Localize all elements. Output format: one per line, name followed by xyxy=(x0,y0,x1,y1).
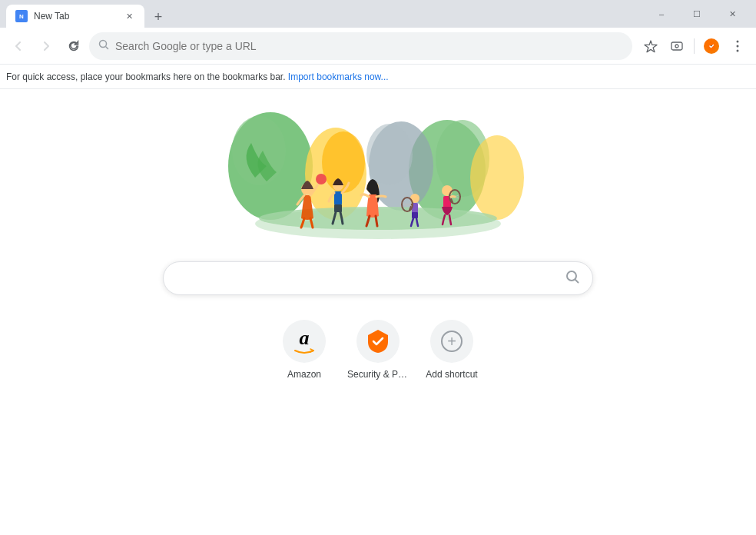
tab-strip: N New Tab ✕ + xyxy=(6,0,644,28)
window-controls: – ☐ ✕ xyxy=(644,2,750,26)
import-bookmarks-link[interactable]: Import bookmarks now... xyxy=(288,71,389,82)
tab-favicon: N xyxy=(15,10,28,22)
svg-point-7 xyxy=(737,49,739,52)
svg-point-5 xyxy=(737,40,739,42)
toolbar-icons xyxy=(638,34,750,58)
bookmark-star-button[interactable] xyxy=(638,34,663,58)
reload-button[interactable] xyxy=(61,34,86,58)
minimize-button[interactable]: – xyxy=(644,2,679,26)
amazon-arrow-icon xyxy=(293,347,315,355)
svg-point-30 xyxy=(442,185,453,196)
amazon-icon-bg: a xyxy=(283,320,326,363)
page-search-bar[interactable] xyxy=(163,261,593,295)
address-input[interactable] xyxy=(115,40,623,52)
svg-rect-3 xyxy=(671,42,682,50)
svg-point-4 xyxy=(675,45,678,48)
tab-title: New Tab xyxy=(34,11,117,22)
maximize-button[interactable]: ☐ xyxy=(679,2,715,26)
svg-text:N: N xyxy=(19,13,24,20)
forward-button[interactable] xyxy=(34,34,58,58)
add-shortcut-icon-bg: + xyxy=(430,320,473,363)
shortcut-add[interactable]: + Add shortcut xyxy=(421,320,482,380)
bookmarks-bar: For quick access, place your bookmarks h… xyxy=(0,65,756,89)
shortcut-amazon[interactable]: a Amazon xyxy=(274,320,335,380)
svg-point-12 xyxy=(322,131,365,193)
avast-label: Security & Priva... xyxy=(347,369,409,380)
svg-point-15 xyxy=(470,135,524,220)
svg-point-6 xyxy=(737,45,739,47)
media-button[interactable] xyxy=(665,34,689,58)
svg-rect-24 xyxy=(334,204,342,212)
toolbar-divider xyxy=(694,38,695,54)
tab-close-button[interactable]: ✕ xyxy=(123,10,135,22)
svg-point-10 xyxy=(232,116,286,185)
add-shortcut-label: Add shortcut xyxy=(426,369,477,380)
svg-point-17 xyxy=(366,124,413,185)
page-search-icon xyxy=(565,269,580,288)
more-button[interactable] xyxy=(725,34,750,58)
bookmarks-bar-text: For quick access, place your bookmarks h… xyxy=(6,71,286,82)
active-tab[interactable]: N New Tab ✕ xyxy=(6,5,144,28)
svg-point-2 xyxy=(100,41,107,48)
main-content: a Amazon Security & Priva... + xyxy=(0,89,756,535)
avast-icon-bg xyxy=(356,320,400,363)
shortcuts-container: a Amazon Security & Priva... + xyxy=(274,320,482,380)
title-bar: N New Tab ✕ + – ☐ ✕ xyxy=(0,0,756,28)
shortcut-avast[interactable]: Security & Priva... xyxy=(347,320,409,380)
avast-icon xyxy=(704,38,719,54)
address-bar[interactable] xyxy=(89,32,632,60)
new-tab-button[interactable]: + xyxy=(148,6,169,28)
svg-point-33 xyxy=(567,271,576,281)
svg-rect-23 xyxy=(334,191,342,205)
back-button[interactable] xyxy=(6,34,31,58)
close-button[interactable]: ✕ xyxy=(715,2,750,26)
svg-rect-28 xyxy=(412,212,418,218)
doodle-illustration xyxy=(224,105,532,243)
svg-point-21 xyxy=(316,174,327,184)
amazon-label: Amazon xyxy=(287,369,321,380)
address-search-icon xyxy=(98,39,109,52)
avast-extension-button[interactable] xyxy=(699,34,724,58)
nav-bar xyxy=(0,28,756,65)
page-search-input[interactable] xyxy=(176,271,555,285)
add-shortcut-plus-icon: + xyxy=(441,331,463,352)
